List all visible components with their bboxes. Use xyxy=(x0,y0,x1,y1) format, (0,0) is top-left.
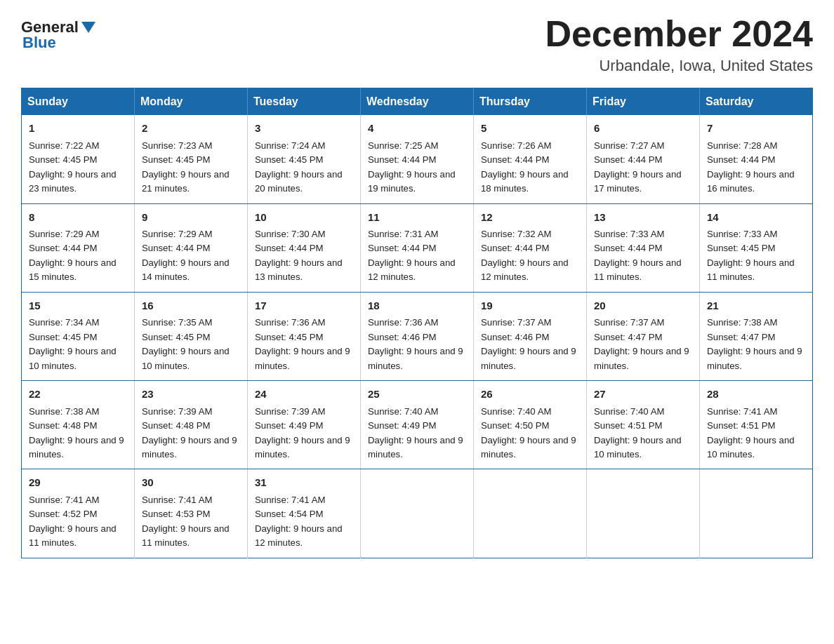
sunset-label: Sunset: 4:51 PM xyxy=(707,420,776,431)
calendar-cell: 12 Sunrise: 7:32 AM Sunset: 4:44 PM Dayl… xyxy=(474,203,587,292)
day-of-week-header: Monday xyxy=(135,88,248,116)
daylight-label: Daylight: 9 hours and 9 minutes. xyxy=(481,346,576,370)
sunset-label: Sunset: 4:44 PM xyxy=(594,243,663,253)
sunrise-label: Sunrise: 7:26 AM xyxy=(481,140,551,151)
calendar-week-row: 15 Sunrise: 7:34 AM Sunset: 4:45 PM Dayl… xyxy=(22,292,813,380)
sunrise-label: Sunrise: 7:35 AM xyxy=(142,317,212,328)
day-info: Sunrise: 7:29 AM Sunset: 4:44 PM Dayligh… xyxy=(142,227,240,285)
sunrise-label: Sunrise: 7:40 AM xyxy=(481,406,551,417)
daylight-label: Daylight: 9 hours and 15 minutes. xyxy=(29,257,117,282)
sunset-label: Sunset: 4:44 PM xyxy=(368,154,437,165)
daylight-label: Daylight: 9 hours and 9 minutes. xyxy=(368,346,463,370)
calendar-cell: 24 Sunrise: 7:39 AM Sunset: 4:49 PM Dayl… xyxy=(248,381,361,469)
calendar-cell xyxy=(587,469,700,558)
day-info: Sunrise: 7:40 AM Sunset: 4:49 PM Dayligh… xyxy=(368,405,466,462)
day-number: 5 xyxy=(481,121,579,137)
sunset-label: Sunset: 4:48 PM xyxy=(142,420,211,431)
day-info: Sunrise: 7:38 AM Sunset: 4:47 PM Dayligh… xyxy=(707,316,805,373)
sunrise-label: Sunrise: 7:37 AM xyxy=(481,317,551,328)
sunset-label: Sunset: 4:47 PM xyxy=(594,332,663,342)
calendar-cell: 17 Sunrise: 7:36 AM Sunset: 4:45 PM Dayl… xyxy=(248,292,361,380)
sunset-label: Sunset: 4:44 PM xyxy=(29,243,98,253)
daylight-label: Daylight: 9 hours and 12 minutes. xyxy=(255,523,343,548)
sunset-label: Sunset: 4:49 PM xyxy=(255,420,324,431)
sunrise-label: Sunrise: 7:39 AM xyxy=(255,406,325,417)
sunset-label: Sunset: 4:45 PM xyxy=(255,332,324,342)
day-number: 11 xyxy=(368,210,466,226)
calendar-cell: 23 Sunrise: 7:39 AM Sunset: 4:48 PM Dayl… xyxy=(135,381,248,469)
day-number: 24 xyxy=(255,387,353,403)
daylight-label: Daylight: 9 hours and 17 minutes. xyxy=(594,169,682,194)
sunrise-label: Sunrise: 7:41 AM xyxy=(29,495,99,505)
day-number: 2 xyxy=(142,121,240,137)
calendar-cell: 22 Sunrise: 7:38 AM Sunset: 4:48 PM Dayl… xyxy=(22,381,135,469)
day-of-week-header: Saturday xyxy=(700,88,813,116)
sunrise-label: Sunrise: 7:31 AM xyxy=(368,229,438,239)
day-number: 3 xyxy=(255,121,353,137)
day-info: Sunrise: 7:31 AM Sunset: 4:44 PM Dayligh… xyxy=(368,227,466,285)
sunrise-label: Sunrise: 7:33 AM xyxy=(707,229,777,239)
daylight-label: Daylight: 9 hours and 9 minutes. xyxy=(29,435,124,459)
title-block: December 2024 Urbandale, Iowa, United St… xyxy=(545,14,813,75)
day-header-row: SundayMondayTuesdayWednesdayThursdayFrid… xyxy=(22,88,813,116)
day-info: Sunrise: 7:32 AM Sunset: 4:44 PM Dayligh… xyxy=(481,227,579,285)
daylight-label: Daylight: 9 hours and 9 minutes. xyxy=(255,435,350,459)
calendar-cell xyxy=(361,469,474,558)
sunset-label: Sunset: 4:46 PM xyxy=(481,332,550,342)
day-number: 4 xyxy=(368,121,466,137)
calendar-cell: 10 Sunrise: 7:30 AM Sunset: 4:44 PM Dayl… xyxy=(248,203,361,292)
day-info: Sunrise: 7:41 AM Sunset: 4:53 PM Dayligh… xyxy=(142,493,240,551)
sunset-label: Sunset: 4:52 PM xyxy=(29,509,98,519)
calendar-week-row: 22 Sunrise: 7:38 AM Sunset: 4:48 PM Dayl… xyxy=(22,381,813,469)
sunset-label: Sunset: 4:44 PM xyxy=(255,243,324,253)
sunrise-label: Sunrise: 7:29 AM xyxy=(142,229,212,239)
calendar-cell: 14 Sunrise: 7:33 AM Sunset: 4:45 PM Dayl… xyxy=(700,203,813,292)
calendar-cell: 26 Sunrise: 7:40 AM Sunset: 4:50 PM Dayl… xyxy=(474,381,587,469)
calendar-cell: 16 Sunrise: 7:35 AM Sunset: 4:45 PM Dayl… xyxy=(135,292,248,380)
sunset-label: Sunset: 4:45 PM xyxy=(142,154,211,165)
calendar-cell: 21 Sunrise: 7:38 AM Sunset: 4:47 PM Dayl… xyxy=(700,292,813,380)
calendar-week-row: 8 Sunrise: 7:29 AM Sunset: 4:44 PM Dayli… xyxy=(22,203,813,292)
day-info: Sunrise: 7:28 AM Sunset: 4:44 PM Dayligh… xyxy=(707,139,805,196)
day-of-week-header: Thursday xyxy=(474,88,587,116)
sunset-label: Sunset: 4:45 PM xyxy=(255,154,324,165)
day-info: Sunrise: 7:35 AM Sunset: 4:45 PM Dayligh… xyxy=(142,316,240,373)
day-number: 6 xyxy=(594,121,692,137)
day-number: 22 xyxy=(29,387,127,403)
day-number: 12 xyxy=(481,210,579,226)
day-info: Sunrise: 7:26 AM Sunset: 4:44 PM Dayligh… xyxy=(481,139,579,196)
location: Urbandale, Iowa, United States xyxy=(545,57,813,75)
day-number: 17 xyxy=(255,298,353,314)
day-info: Sunrise: 7:29 AM Sunset: 4:44 PM Dayligh… xyxy=(29,227,127,285)
calendar-cell: 8 Sunrise: 7:29 AM Sunset: 4:44 PM Dayli… xyxy=(22,203,135,292)
sunset-label: Sunset: 4:44 PM xyxy=(142,243,211,253)
sunrise-label: Sunrise: 7:29 AM xyxy=(29,229,99,239)
logo-blue-text: Blue xyxy=(22,34,56,52)
daylight-label: Daylight: 9 hours and 9 minutes. xyxy=(594,346,689,370)
day-of-week-header: Sunday xyxy=(22,88,135,116)
day-info: Sunrise: 7:22 AM Sunset: 4:45 PM Dayligh… xyxy=(29,139,127,196)
day-number: 16 xyxy=(142,298,240,314)
sunrise-label: Sunrise: 7:34 AM xyxy=(29,317,99,328)
calendar-cell: 28 Sunrise: 7:41 AM Sunset: 4:51 PM Dayl… xyxy=(700,381,813,469)
calendar-cell: 9 Sunrise: 7:29 AM Sunset: 4:44 PM Dayli… xyxy=(135,203,248,292)
sunrise-label: Sunrise: 7:41 AM xyxy=(255,495,325,505)
day-info: Sunrise: 7:37 AM Sunset: 4:47 PM Dayligh… xyxy=(594,316,692,373)
day-number: 23 xyxy=(142,387,240,403)
day-info: Sunrise: 7:25 AM Sunset: 4:44 PM Dayligh… xyxy=(368,139,466,196)
sunrise-label: Sunrise: 7:37 AM xyxy=(594,317,664,328)
day-number: 10 xyxy=(255,210,353,226)
day-info: Sunrise: 7:41 AM Sunset: 4:54 PM Dayligh… xyxy=(255,493,353,551)
calendar-cell: 11 Sunrise: 7:31 AM Sunset: 4:44 PM Dayl… xyxy=(361,203,474,292)
sunset-label: Sunset: 4:51 PM xyxy=(594,420,663,431)
sunset-label: Sunset: 4:44 PM xyxy=(707,154,776,165)
calendar-cell: 30 Sunrise: 7:41 AM Sunset: 4:53 PM Dayl… xyxy=(135,469,248,558)
daylight-label: Daylight: 9 hours and 10 minutes. xyxy=(29,346,117,370)
calendar-cell: 15 Sunrise: 7:34 AM Sunset: 4:45 PM Dayl… xyxy=(22,292,135,380)
calendar-cell: 20 Sunrise: 7:37 AM Sunset: 4:47 PM Dayl… xyxy=(587,292,700,380)
page-header: General Blue December 2024 Urbandale, Io… xyxy=(21,14,813,75)
sunrise-label: Sunrise: 7:36 AM xyxy=(368,317,438,328)
daylight-label: Daylight: 9 hours and 9 minutes. xyxy=(707,346,802,370)
day-info: Sunrise: 7:39 AM Sunset: 4:49 PM Dayligh… xyxy=(255,405,353,462)
sunrise-label: Sunrise: 7:33 AM xyxy=(594,229,664,239)
